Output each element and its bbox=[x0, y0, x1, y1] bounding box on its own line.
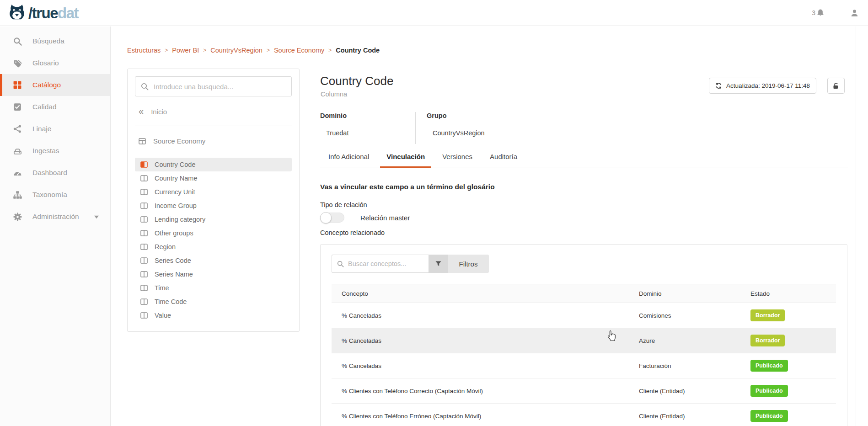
structure-column-income-group[interactable]: Income Group bbox=[135, 199, 292, 213]
page-subtitle: Columna bbox=[321, 91, 347, 98]
cell-dominio: Facturación bbox=[639, 362, 750, 369]
truedat-app: /truedat 3 bbox=[0, 0, 868, 426]
structure-column-time-code[interactable]: Time Code bbox=[135, 295, 292, 309]
funnel-icon bbox=[435, 261, 442, 267]
column-label: Region bbox=[155, 243, 176, 250]
toggle-knob bbox=[320, 212, 332, 224]
column-label: Country Code bbox=[155, 161, 195, 168]
tab-auditoria[interactable]: Auditoría bbox=[483, 147, 524, 167]
user-menu-button[interactable] bbox=[850, 9, 859, 17]
table-row[interactable]: % CanceladasComisionesBorrador bbox=[332, 303, 836, 328]
sidebar-item-calidad[interactable]: Calidad bbox=[0, 96, 110, 118]
column-icon bbox=[140, 244, 148, 250]
unlock-button[interactable] bbox=[827, 78, 845, 94]
search-icon bbox=[13, 37, 22, 46]
user-icon bbox=[850, 9, 859, 17]
cell-estado: Borrador bbox=[750, 309, 836, 321]
structure-column-other-groups[interactable]: Other groups bbox=[135, 226, 292, 240]
drive-icon bbox=[13, 147, 22, 155]
sidebar-item-glosario[interactable]: Glosario bbox=[0, 52, 110, 74]
column-label: Series Code bbox=[155, 257, 191, 264]
updated-button[interactable]: Actualizada: 2019-06-17 11:48 bbox=[709, 78, 816, 94]
column-label: Other groups bbox=[155, 229, 193, 237]
notification-count: 3 bbox=[812, 9, 815, 16]
column-label: Income Group bbox=[155, 202, 197, 209]
sidebar-item-label: Dashboard bbox=[32, 169, 67, 177]
cell-concepto: % Canceladas bbox=[332, 362, 639, 369]
structure-panel: « Inicio Source Economy Country CodeCoun… bbox=[127, 69, 300, 332]
sidebar-item-administracion[interactable]: Administración bbox=[0, 206, 110, 228]
table-row[interactable]: % CanceladasFacturaciónPublicado bbox=[332, 353, 836, 378]
structure-parent-item[interactable]: Source Economy bbox=[139, 137, 292, 145]
cell-dominio: Comisiones bbox=[639, 312, 750, 319]
relation-master-toggle[interactable] bbox=[320, 213, 344, 223]
meta-value: CountryVsRegion bbox=[433, 129, 485, 137]
breadcrumb-separator: > bbox=[328, 47, 332, 53]
structure-column-region[interactable]: Region bbox=[135, 240, 292, 254]
structure-column-time[interactable]: Time bbox=[135, 281, 292, 295]
structure-column-country-code[interactable]: Country Code bbox=[135, 158, 292, 171]
sidebar-item-taxonomia[interactable]: Taxonomía bbox=[0, 184, 110, 206]
table-row[interactable]: % Clientes con Teléfono Erróneo (Captaci… bbox=[332, 404, 836, 426]
tab-vinculacion[interactable]: Vinculación bbox=[380, 147, 431, 167]
concepts-card: Filtros Concepto Dominio Estado % Cancel… bbox=[320, 244, 847, 426]
sidebar-item-busqueda[interactable]: Búsqueda bbox=[0, 30, 110, 52]
sidebar-item-dashboard[interactable]: Dashboard bbox=[0, 162, 110, 184]
cell-estado: Borrador bbox=[750, 335, 836, 346]
column-header-dominio: Dominio bbox=[639, 290, 750, 297]
filters-button[interactable]: Filtros bbox=[448, 255, 489, 273]
concepts-search bbox=[332, 255, 429, 273]
column-icon bbox=[140, 216, 148, 223]
unlock-icon bbox=[832, 82, 840, 90]
filter-funnel-button[interactable] bbox=[429, 255, 448, 273]
structure-column-series-code[interactable]: Series Code bbox=[135, 254, 292, 267]
filters-label: Filtros bbox=[459, 260, 478, 268]
tab-versiones[interactable]: Versiones bbox=[436, 147, 479, 167]
column-icon bbox=[140, 202, 148, 209]
concepts-table-header: Concepto Dominio Estado bbox=[332, 284, 836, 303]
table-row[interactable]: % CanceladasAzureBorrador bbox=[332, 328, 836, 353]
column-label: Time bbox=[155, 284, 169, 292]
sidebar-item-ingestas[interactable]: Ingestas bbox=[0, 140, 110, 162]
status-badge: Borrador bbox=[750, 309, 785, 321]
sidebar-item-label: Catálogo bbox=[32, 81, 61, 89]
metadata-row: Dominio Truedat Grupo CountryVsRegion bbox=[320, 112, 485, 144]
sidebar-item-label: Administración bbox=[32, 213, 79, 221]
concepts-table-body: % CanceladasComisionesBorrador% Cancelad… bbox=[332, 303, 836, 426]
structure-column-series-name[interactable]: Series Name bbox=[135, 267, 292, 281]
sidebar-item-label: Taxonomía bbox=[32, 191, 67, 199]
sidebar-item-linaje[interactable]: Linaje bbox=[0, 118, 110, 140]
structure-column-country-name[interactable]: Country Name bbox=[135, 171, 292, 185]
breadcrumb-link-countryvsregion[interactable]: CountryVsRegion bbox=[210, 47, 263, 54]
breadcrumb-current: Country Code bbox=[336, 47, 380, 54]
table-row[interactable]: % Clientes con Teléfono Correcto (Captac… bbox=[332, 378, 836, 404]
concepts-table: Concepto Dominio Estado % CanceladasComi… bbox=[332, 284, 836, 426]
structure-column-lending-category[interactable]: Lending category bbox=[135, 213, 292, 226]
structure-back-link[interactable]: « Inicio bbox=[139, 108, 292, 116]
breadcrumb-link-source-economy[interactable]: Source Economy bbox=[274, 47, 324, 54]
structure-column-value[interactable]: Value bbox=[135, 309, 292, 322]
cell-dominio: Azure bbox=[639, 337, 750, 344]
table-icon bbox=[139, 138, 146, 145]
column-icon bbox=[140, 230, 148, 236]
notifications-button[interactable]: 3 bbox=[812, 9, 825, 17]
status-badge: Borrador bbox=[750, 335, 785, 346]
meta-label: Grupo bbox=[427, 112, 485, 119]
column-label: Lending category bbox=[155, 216, 205, 223]
status-badge: Publicado bbox=[750, 410, 788, 422]
updated-label: Actualizada: 2019-06-17 11:48 bbox=[726, 82, 810, 89]
concepts-search-input[interactable] bbox=[348, 260, 423, 267]
cell-concepto: % Clientes con Teléfono Erróneo (Captaci… bbox=[332, 413, 639, 420]
structure-search-input[interactable] bbox=[154, 83, 286, 91]
concepts-search-row: Filtros bbox=[332, 255, 836, 273]
link-section-heading: Vas a vincular este campo a un término d… bbox=[320, 183, 495, 191]
cell-concepto: % Canceladas bbox=[332, 312, 639, 319]
divider bbox=[135, 126, 292, 126]
tab-info-adicional[interactable]: Info Adicional bbox=[322, 147, 375, 167]
breadcrumb-link-power-bi[interactable]: Power BI bbox=[172, 47, 199, 54]
truedat-logo[interactable]: /truedat bbox=[7, 4, 78, 21]
structure-column-currency-unit[interactable]: Currency Unit bbox=[135, 185, 292, 199]
column-icon bbox=[140, 175, 148, 181]
sidebar-item-catalogo[interactable]: Catálogo bbox=[0, 74, 110, 96]
breadcrumb-link-estructuras[interactable]: Estructuras bbox=[127, 47, 161, 54]
